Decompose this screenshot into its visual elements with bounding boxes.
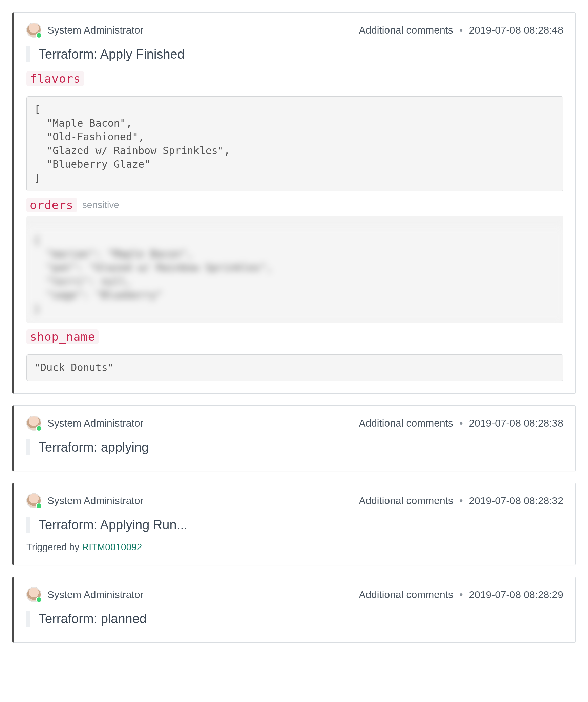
meta-label: Additional comments — [359, 589, 453, 600]
comment-meta: Additional comments • 2019-07-08 08:28:2… — [359, 589, 563, 600]
comment-card: System Administrator Additional comments… — [12, 405, 576, 471]
output-key: orders — [26, 198, 77, 212]
comment-header: System Administrator Additional comments… — [26, 23, 563, 38]
avatar[interactable] — [26, 23, 41, 38]
triggered-by: Triggered by RITM0010092 — [26, 542, 563, 553]
comment-header: System Administrator Additional comments… — [26, 587, 563, 602]
output-key: flavors — [26, 71, 84, 86]
meta-label: Additional comments — [359, 24, 453, 36]
timestamp: 2019-07-08 08:28:48 — [469, 24, 563, 36]
sensitive-tag: sensitive — [82, 200, 119, 210]
comment-header: System Administrator Additional comments… — [26, 416, 563, 431]
timestamp: 2019-07-08 08:28:32 — [469, 495, 563, 507]
output-label-row: orders sensitive — [26, 198, 563, 212]
comment-card: System Administrator Additional comments… — [12, 12, 576, 394]
comment-card: System Administrator Additional comments… — [12, 577, 576, 643]
separator-dot: • — [459, 495, 463, 507]
output-value-sensitive: { "marian": "Maple Bacon", "pat": "Glaze… — [26, 227, 563, 322]
output-label-row: shop_name — [26, 329, 563, 344]
comment-meta: Additional comments • 2019-07-08 08:28:3… — [359, 495, 563, 507]
timestamp: 2019-07-08 08:28:38 — [469, 417, 563, 429]
comment-card: System Administrator Additional comments… — [12, 483, 576, 565]
user-block: System Administrator — [26, 493, 143, 508]
separator-dot: • — [459, 417, 463, 429]
timestamp: 2019-07-08 08:28:29 — [469, 589, 563, 600]
user-block: System Administrator — [26, 416, 143, 431]
user-block: System Administrator — [26, 23, 143, 38]
author-name: System Administrator — [47, 417, 143, 429]
comment-title: Terraform: applying — [39, 440, 563, 455]
avatar[interactable] — [26, 587, 41, 602]
output-key: shop_name — [26, 329, 99, 344]
comment-title: Terraform: Apply Finished — [39, 47, 563, 62]
comment-title-block: Terraform: planned — [26, 611, 563, 627]
sensitive-output-wrap: { "marian": "Maple Bacon", "pat": "Glaze… — [26, 216, 563, 323]
comment-title-block: Terraform: Apply Finished — [26, 46, 563, 62]
triggered-link[interactable]: RITM0010092 — [82, 542, 142, 552]
output-value[interactable]: [ "Maple Bacon", "Old-Fashioned", "Glaze… — [26, 96, 563, 191]
meta-label: Additional comments — [359, 417, 453, 429]
comment-title-block: Terraform: Applying Run... — [26, 517, 563, 533]
meta-label: Additional comments — [359, 495, 453, 507]
output-value[interactable]: "Duck Donuts" — [26, 354, 563, 381]
separator-dot: • — [459, 589, 463, 600]
comment-title-block: Terraform: applying — [26, 439, 563, 455]
comment-title: Terraform: planned — [39, 612, 563, 626]
comment-meta: Additional comments • 2019-07-08 08:28:3… — [359, 417, 563, 429]
separator-dot: • — [459, 24, 463, 36]
avatar[interactable] — [26, 416, 41, 431]
author-name: System Administrator — [47, 495, 143, 507]
comment-header: System Administrator Additional comments… — [26, 493, 563, 508]
comment-title: Terraform: Applying Run... — [39, 518, 563, 532]
output-label-row: flavors — [26, 71, 563, 86]
author-name: System Administrator — [47, 24, 143, 36]
avatar[interactable] — [26, 493, 41, 508]
user-block: System Administrator — [26, 587, 143, 602]
author-name: System Administrator — [47, 589, 143, 600]
triggered-prefix: Triggered by — [26, 542, 82, 552]
comment-meta: Additional comments • 2019-07-08 08:28:4… — [359, 24, 563, 36]
